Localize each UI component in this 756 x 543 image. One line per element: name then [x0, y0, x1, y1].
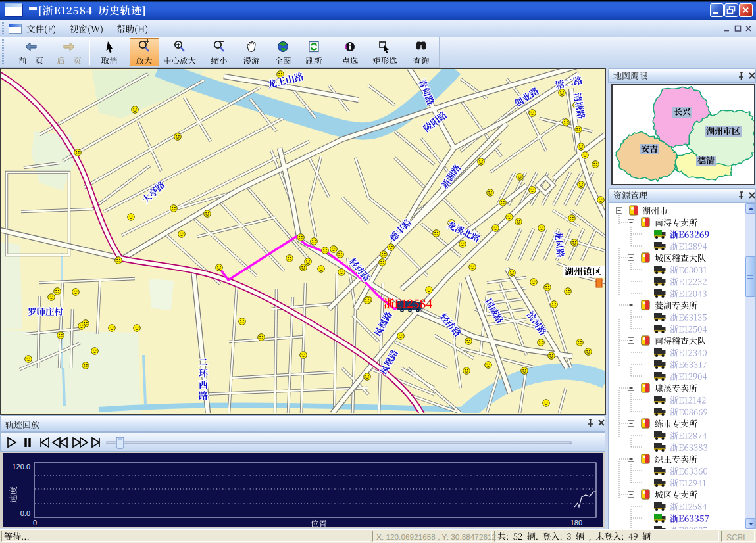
svg-text:180: 180 [570, 519, 582, 527]
svg-text:X: 120.06921658 , Y: 30.884726: X: 120.06921658 , Y: 30.88472612 [376, 532, 496, 542]
svg-text:120.0: 120.0 [12, 463, 30, 471]
svg-text:0.0: 0.0 [20, 509, 30, 517]
svg-text:SCRL: SCRL [726, 533, 747, 542]
svg-text:0: 0 [33, 519, 37, 527]
